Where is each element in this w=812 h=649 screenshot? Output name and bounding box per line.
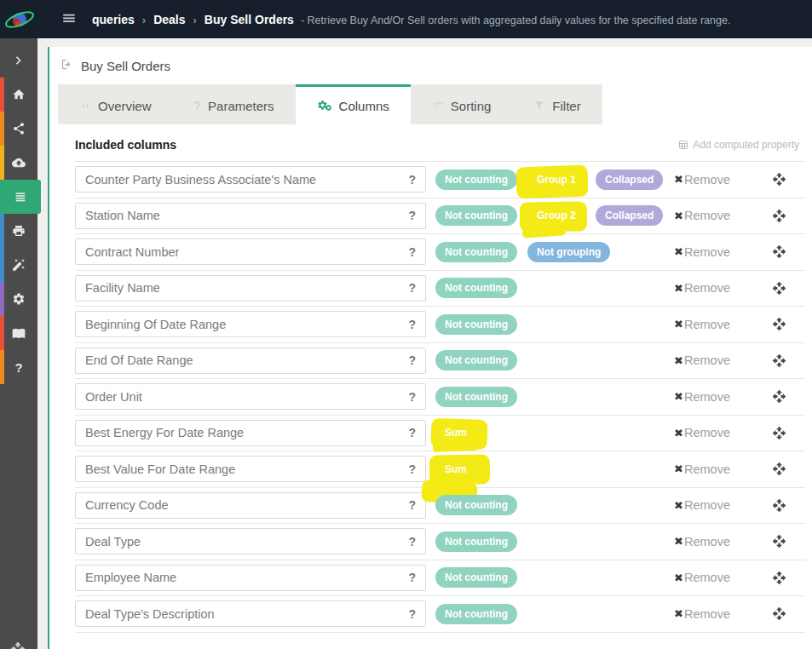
sidebar-item-settings[interactable] (0, 282, 37, 316)
help-icon[interactable]: ? (408, 607, 416, 621)
help-icon[interactable]: ? (408, 209, 416, 222)
remove-button[interactable]: ✖ Remove (674, 535, 730, 548)
badge-not-grouping[interactable]: Not grouping (527, 242, 610, 262)
help-icon[interactable]: ? (408, 498, 416, 512)
column-name-input[interactable]: Employee Name ? (75, 565, 426, 591)
remove-button[interactable]: ✖ Remove (674, 462, 730, 476)
badge-not-counting[interactable]: Not counting (435, 278, 517, 298)
sidebar-item-expand[interactable] (0, 43, 37, 78)
remove-button[interactable]: ✖ Remove (674, 607, 730, 621)
badge-not-counting[interactable]: Not counting (435, 531, 517, 552)
remove-button[interactable]: ✖ Remove (674, 245, 730, 259)
sidebar-item-queries[interactable] (0, 180, 41, 214)
sidebar-item-help[interactable]: ? (0, 350, 37, 384)
add-computed-property-button[interactable]: Add computed property (678, 139, 799, 151)
badge-not-counting[interactable]: Not counting (435, 169, 517, 190)
help-icon[interactable]: ? (408, 535, 416, 548)
app-logo[interactable] (0, 0, 39, 38)
column-name-input[interactable]: Order Unit ? (75, 383, 426, 410)
badge-sum[interactable]: Sum (435, 422, 476, 443)
tab-label: Filter (552, 99, 580, 113)
remove-button[interactable]: ✖ Remove (674, 498, 730, 512)
badge-group-2[interactable]: Group 2 (527, 205, 585, 226)
move-handle-icon[interactable] (772, 244, 786, 259)
move-handle-icon[interactable] (772, 281, 786, 296)
badge-collapsed[interactable]: Collapsed (596, 205, 663, 226)
column-name-input[interactable]: Facility Name ? (75, 275, 426, 302)
help-icon[interactable]: ? (408, 426, 416, 439)
move-handle-icon[interactable] (772, 389, 786, 404)
column-name-input[interactable]: Best Value For Date Range ? (75, 456, 426, 482)
help-icon[interactable]: ? (408, 281, 416, 295)
badge-not-counting[interactable]: Not counting (435, 314, 517, 335)
badge-not-counting[interactable]: Not counting (435, 604, 517, 624)
gear-icon (12, 292, 26, 306)
move-handle-icon[interactable] (772, 426, 786, 440)
help-icon[interactable]: ? (408, 462, 416, 476)
page-title: Buy Sell Orders (81, 59, 170, 73)
remove-button[interactable]: ✖ Remove (674, 353, 730, 367)
column-name-input[interactable]: Deal Type's Description ? (75, 600, 426, 627)
badge-not-counting[interactable]: Not counting (435, 387, 517, 407)
remove-button[interactable]: ✖ Remove (674, 173, 730, 187)
remove-button[interactable]: ✖ Remove (674, 571, 730, 584)
magic-wand-icon (12, 258, 26, 272)
column-name-input[interactable]: Contract Number ? (75, 238, 426, 265)
help-icon[interactable]: ? (408, 571, 416, 584)
remove-x-icon: ✖ (674, 499, 683, 512)
sidebar-bottom-icon[interactable] (10, 641, 26, 649)
badge-not-counting[interactable]: Not counting (435, 242, 517, 262)
move-handle-icon[interactable] (772, 498, 786, 513)
breadcrumb-deals[interactable]: Deals (153, 13, 185, 26)
move-handle-icon[interactable] (772, 172, 786, 187)
tab-sorting[interactable]: Sorting (411, 84, 513, 124)
sidebar-item-upload[interactable] (0, 146, 37, 180)
move-handle-icon[interactable] (772, 209, 786, 223)
sidebar-item-documentation[interactable] (0, 316, 37, 350)
sidebar: ? (0, 38, 37, 649)
help-icon[interactable]: ? (408, 318, 416, 331)
move-handle-icon[interactable] (772, 317, 786, 331)
move-handle-icon[interactable] (772, 353, 786, 368)
help-icon[interactable]: ? (408, 173, 416, 187)
column-name-input[interactable]: Deal Type ? (75, 528, 426, 554)
sidebar-item-home[interactable] (0, 78, 37, 112)
remove-button[interactable]: ✖ Remove (674, 390, 730, 404)
tab-parameters[interactable]: ?Parameters (173, 84, 296, 124)
badge-sum[interactable]: Sum (435, 459, 476, 480)
column-name-input[interactable]: Currency Code ? (75, 492, 426, 519)
move-handle-icon[interactable] (772, 534, 786, 548)
remove-button[interactable]: ✖ Remove (674, 318, 730, 331)
help-icon[interactable]: ? (408, 390, 416, 404)
tab-filter[interactable]: Filter (512, 84, 602, 124)
column-name-input[interactable]: Beginning Of Date Range ? (75, 311, 426, 337)
tab-columns[interactable]: Columns (296, 84, 411, 124)
column-name: Station Name (85, 209, 160, 222)
badge-not-counting[interactable]: Not counting (435, 567, 517, 588)
column-row: Counter Party Business Associate's Name … (75, 162, 805, 198)
badge-not-counting[interactable]: Not counting (435, 205, 517, 226)
remove-button[interactable]: ✖ Remove (674, 281, 730, 295)
remove-button[interactable]: ✖ Remove (674, 209, 730, 222)
sidebar-item-wizard[interactable] (0, 248, 37, 282)
remove-button[interactable]: ✖ Remove (674, 426, 730, 439)
tab-overview[interactable]: Overview (58, 84, 173, 124)
breadcrumb-buy-sell-orders[interactable]: Buy Sell Orders (204, 13, 294, 26)
column-name-input[interactable]: Counter Party Business Associate's Name … (75, 166, 426, 192)
sidebar-item-print[interactable] (0, 214, 37, 248)
badge-not-counting[interactable]: Not counting (435, 350, 517, 370)
badge-collapsed[interactable]: Collapsed (596, 169, 663, 190)
column-name-input[interactable]: Station Name ? (75, 203, 426, 229)
sidebar-item-share[interactable] (0, 112, 37, 146)
breadcrumb-queries[interactable]: queries (92, 13, 135, 26)
move-handle-icon[interactable] (772, 606, 786, 621)
badge-not-counting[interactable]: Not counting (435, 495, 517, 515)
badge-group-1[interactable]: Group 1 (527, 169, 585, 190)
header-menu-icon[interactable] (61, 11, 78, 28)
help-icon[interactable]: ? (408, 353, 416, 367)
column-name-input[interactable]: End Of Date Range ? (75, 347, 426, 374)
help-icon[interactable]: ? (408, 245, 416, 259)
move-handle-icon[interactable] (772, 571, 786, 585)
column-name-input[interactable]: Best Energy For Date Range ? (75, 420, 426, 446)
move-handle-icon[interactable] (772, 462, 786, 476)
